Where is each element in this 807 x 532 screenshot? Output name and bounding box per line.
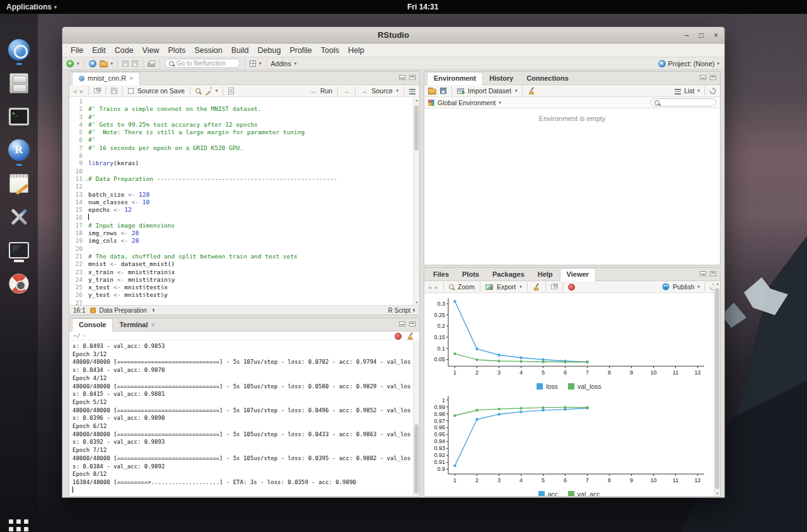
tab-environment[interactable]: Environment [427,72,483,85]
viewer-scroll-down-icon[interactable]: ▼ [714,492,721,495]
goto-directory-icon[interactable]: ⇨ [83,333,86,338]
dock-text-editor-icon[interactable] [7,171,31,195]
menu-item[interactable]: Debug [253,45,286,56]
window-minimize-button[interactable]: – [685,31,689,40]
tab-help[interactable]: Help [531,269,560,280]
tab-packages[interactable]: Packages [486,269,531,280]
goto-file-box[interactable] [165,59,240,68]
editor-scrollbar[interactable]: ▲ ▼ [413,98,419,305]
minimize-viewer-icon[interactable] [700,271,706,276]
menu-item[interactable]: Plots [163,45,190,56]
console-scroll-thumb[interactable] [414,424,419,494]
new-project-icon[interactable] [89,60,96,67]
editor-scroll-thumb[interactable] [414,105,419,151]
pane-layout-dropdown[interactable]: ▾ [259,61,262,66]
stop-icon[interactable] [395,333,402,340]
code-tools-icon[interactable] [204,87,212,95]
goto-file-input[interactable] [177,60,233,67]
menu-item[interactable]: Tools [316,45,344,56]
dock-terminal-icon[interactable]: >_ [7,105,31,129]
scroll-down-icon[interactable]: ▼ [414,301,420,304]
scroll-up-icon[interactable]: ▲ [414,98,420,102]
dock-display-icon[interactable] [7,238,31,262]
dock-r-icon[interactable]: R [7,138,31,162]
menu-item[interactable]: Profile [285,45,316,56]
tab-viewer[interactable]: Viewer [560,268,596,281]
menu-item[interactable]: Edit [88,45,110,56]
load-workspace-icon[interactable] [428,89,436,95]
save-icon[interactable] [122,61,129,67]
open-file-icon[interactable] [100,62,108,67]
print-icon[interactable] [148,62,155,67]
pane-layout-icon[interactable] [250,61,256,67]
menu-item[interactable]: Help [344,45,369,56]
viewer-forward-icon[interactable]: ▸ [435,284,438,291]
tab-files[interactable]: Files [427,269,456,280]
viewer-scroll-thumb[interactable] [715,288,719,489]
project-button[interactable]: Project: (None) ▾ [658,60,720,67]
save-workspace-icon[interactable] [440,88,446,94]
rerun-icon[interactable]: → [343,87,350,95]
show-applications-button[interactable] [9,519,29,532]
window-maximize-button[interactable]: □ [699,31,704,40]
menu-item[interactable]: File [66,45,88,56]
console-scrollbar[interactable] [413,341,419,496]
tab-console[interactable]: Console [72,318,113,332]
run-button[interactable]: Run [320,87,332,95]
window-titlebar[interactable]: RStudio – □ × [62,27,724,43]
maximize-environment-icon[interactable] [710,75,716,80]
source-button[interactable]: Source [371,87,392,95]
save-all-icon[interactable] [132,61,138,67]
tab-history[interactable]: History [483,72,520,84]
minimize-pane-icon[interactable] [399,75,405,80]
refresh-icon[interactable] [709,88,716,95]
dock-files-icon[interactable] [7,71,31,95]
menu-item[interactable]: Code [110,45,138,56]
tab-plots[interactable]: Plots [456,269,486,280]
dock-help-icon[interactable] [7,272,31,296]
global-environment-selector[interactable]: Global Environment [438,99,496,107]
list-view-button[interactable]: List [684,87,694,95]
tab-connections[interactable]: Connections [520,72,576,84]
compile-report-icon[interactable] [228,88,234,95]
menu-item[interactable]: Session [190,45,226,56]
clock[interactable]: Fri 14:31 [407,3,438,11]
close-tab-icon[interactable]: × [129,75,133,82]
maximize-viewer-icon[interactable] [710,271,716,276]
menu-item[interactable]: Build [227,45,253,56]
import-dataset-button[interactable]: Import Dataset [468,87,511,95]
back-icon[interactable]: ◂ [73,88,76,95]
console-output[interactable]: s: 0.0493 - val_acc: 0.9853Epoch 3/12480… [69,341,413,496]
zoom-button[interactable]: Zoom [458,283,475,291]
addins-button[interactable]: Addins [271,60,291,67]
maximize-pane-icon[interactable] [409,75,415,80]
list-view-dropdown[interactable]: ▾ [697,88,700,93]
window-close-button[interactable]: × [714,31,718,40]
menu-item[interactable]: View [138,45,164,56]
publish-button[interactable]: Publish [673,283,694,291]
popout-source-icon[interactable] [94,88,100,93]
close-terminal-icon[interactable]: × [151,321,154,328]
dock-chromium-icon[interactable] [7,38,31,62]
new-file-icon[interactable]: + [66,60,74,67]
file-type-selector[interactable]: R Script ▲▼ [388,307,415,314]
minimize-console-icon[interactable] [399,321,405,327]
export-button[interactable]: Export [497,283,516,291]
viewer-scrollbar[interactable]: ▲ ▼ [714,281,720,496]
source-on-save-checkbox[interactable] [128,88,134,94]
tab-terminal[interactable]: Terminal × [113,319,161,331]
dock-tools-icon[interactable] [7,205,31,229]
document-outline-icon[interactable] [409,89,415,95]
clear-console-icon[interactable] [407,332,414,340]
addins-dropdown[interactable]: ▾ [294,61,297,66]
save-source-icon[interactable] [111,88,117,94]
viewer-scroll-up-icon[interactable]: ▲ [714,282,721,286]
find-replace-icon[interactable] [195,88,200,93]
section-navigator[interactable]: Data Preparation ▲▼ [90,307,155,314]
tab-mnist-cnn[interactable]: mnist_cnn.R × [72,72,140,85]
viewer-popout-icon[interactable] [551,284,557,289]
import-dataset-dropdown[interactable]: ▾ [515,88,518,93]
environment-search-box[interactable] [651,98,716,107]
code-editor[interactable]: 12#' Trains a simple convnet on the MNIS… [69,98,419,305]
viewer-back-icon[interactable]: ◂ [428,284,431,291]
